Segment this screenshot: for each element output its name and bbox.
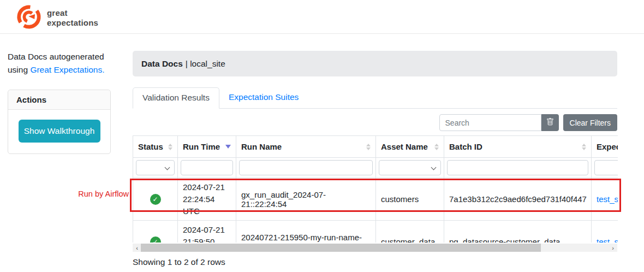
actions-card-body: Show Walkthrough (8, 110, 110, 153)
sort-icon[interactable] (582, 144, 586, 150)
actions-card-title: Actions (8, 90, 110, 110)
tab-bar: Validation Results Expectation Suites (133, 87, 617, 109)
search-input[interactable] (439, 114, 541, 131)
breadcrumb: Data Docs | local_site (133, 51, 617, 76)
expectation-suite-link[interactable]: test_su (597, 237, 618, 243)
run-name-cell: gx_run_audit_2024-07-21::22:24:54 (236, 178, 376, 221)
search-group (439, 114, 559, 131)
horizontal-scrollbar[interactable]: ‹ › (133, 244, 617, 252)
validation-results-table: Status Run Time Run Name Asset Name Batc… (133, 135, 618, 243)
tab-validation-results[interactable]: Validation Results (133, 87, 219, 109)
sort-desc-icon[interactable] (225, 145, 231, 149)
batch-id-cell: pg_datasource-customer_data (444, 221, 592, 243)
results-table-container: Status Run Time Run Name Asset Name Batc… (133, 135, 618, 243)
run-name-filter-input[interactable] (239, 160, 373, 175)
clear-filters-button[interactable]: Clear Filters (563, 114, 617, 131)
scroll-right-icon[interactable]: › (609, 244, 617, 252)
page: great expectations Data Docs autogenerat… (0, 0, 644, 272)
batch-id-cell: 7a1e3b312c2c9aed6fc9ed731f40f447 (444, 178, 592, 221)
table-toolbar: Clear Filters (133, 114, 617, 131)
status-cell: ✓ (133, 178, 178, 221)
expectation-suite-link[interactable]: test_su (597, 194, 618, 204)
run-time-cell: 2024-07-2121:59:50 UTC (178, 221, 236, 243)
table-row[interactable]: ✓ 2024-07-2121:59:50 UTC 20240721-215950… (133, 221, 618, 243)
column-header-batch-id[interactable]: Batch ID (444, 136, 592, 158)
chevron-down-icon (431, 165, 437, 170)
tab-expectation-suites[interactable]: Expectation Suites (219, 87, 308, 108)
expectation-suite-cell: test_su (592, 221, 618, 243)
breadcrumb-site: | local_site (186, 59, 225, 69)
expectation-suite-cell: test_su (592, 178, 618, 221)
column-header-run-time[interactable]: Run Time (178, 136, 236, 158)
status-filter-select[interactable] (136, 160, 175, 175)
check-circle-icon: ✓ (150, 194, 161, 205)
check-circle-icon: ✓ (150, 236, 161, 243)
run-name-cell: 20240721-215950-my-run-name-template (236, 221, 376, 243)
great-expectations-link[interactable]: Great Expectations. (30, 65, 104, 74)
clear-search-button[interactable] (541, 114, 559, 131)
actions-card: Actions Show Walkthrough (8, 90, 111, 154)
asset-name-cell: customers (376, 178, 444, 221)
sort-icon[interactable] (366, 144, 371, 150)
asset-name-cell: customer_data (376, 221, 444, 243)
logo-wordmark: great expectations (47, 8, 98, 28)
column-header-status[interactable]: Status (133, 136, 178, 158)
app-header: great expectations (0, 0, 644, 34)
intro-text: Data Docs autogenerated using Great Expe… (8, 50, 120, 76)
breadcrumb-title: Data Docs (141, 59, 183, 69)
show-walkthrough-button[interactable]: Show Walkthrough (19, 120, 100, 143)
run-time-filter-input[interactable] (181, 160, 233, 175)
trash-icon (546, 118, 554, 127)
run-by-airflow-annotation: Run by Airflow (22, 190, 129, 198)
table-filter-row (133, 158, 618, 178)
logo[interactable]: great expectations (16, 4, 98, 32)
column-header-run-name[interactable]: Run Name (236, 136, 376, 158)
column-header-asset-name[interactable]: Asset Name (376, 136, 444, 158)
rows-count-footer: Showing 1 to 2 of 2 rows (133, 257, 225, 267)
scroll-left-icon[interactable]: ‹ (133, 244, 141, 252)
expectation-suite-filter-input[interactable] (594, 160, 618, 175)
sort-icon[interactable] (434, 144, 439, 150)
asset-name-filter-select[interactable] (379, 160, 441, 175)
sort-icon[interactable] (168, 144, 172, 150)
batch-id-filter-input[interactable] (447, 160, 588, 175)
chevron-down-icon (165, 165, 170, 170)
scrollbar-thumb[interactable] (141, 244, 541, 252)
table-header-row: Status Run Time Run Name Asset Name Batc… (133, 136, 618, 158)
great-expectations-logo-icon (16, 4, 41, 32)
table-row[interactable]: ✓ 2024-07-2122:24:54 UTC gx_run_audit_20… (133, 178, 618, 221)
status-cell: ✓ (133, 221, 178, 243)
run-time-cell: 2024-07-2122:24:54 UTC (178, 178, 236, 221)
column-header-expectation-suite[interactable]: Expec (592, 136, 618, 158)
